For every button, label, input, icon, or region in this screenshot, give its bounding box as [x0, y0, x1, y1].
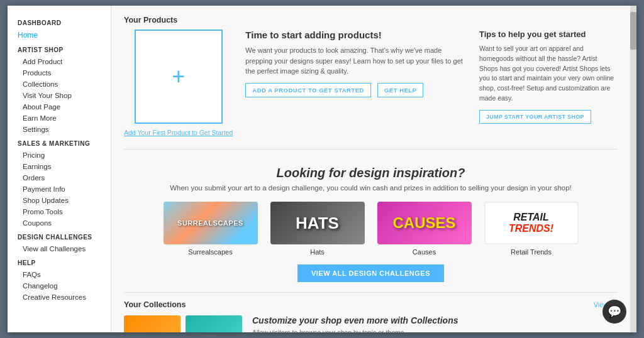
hats-label-img: HATS: [296, 214, 339, 233]
design-inspiration-section: Looking for design inspiration? When you…: [124, 160, 618, 292]
products-info: Time to start adding products! We want y…: [245, 30, 467, 124]
collections-info-heading: Customize your shop even more with Colle…: [252, 315, 618, 325]
sidebar-item-faqs[interactable]: FAQs: [8, 269, 111, 280]
challenge-label-hats: Hats: [310, 248, 325, 256]
sidebar-item-coupons[interactable]: Coupons: [8, 217, 111, 229]
sidebar: DASHBOARD Home ARTIST SHOP Add Product P…: [8, 6, 111, 332]
challenge-img-hats[interactable]: HATS: [270, 202, 365, 244]
challenge-label-causes: Causes: [413, 248, 436, 256]
products-info-text: We want your products to look amazing. T…: [245, 45, 467, 77]
challenge-causes: CAUSES Causes: [377, 202, 472, 256]
collections-thumbs: [124, 315, 242, 332]
sidebar-section-help: HELP: [8, 254, 111, 269]
causes-label-img: CAUSES: [392, 214, 455, 232]
challenges-grid: SURREALSCAPES Surrealscapes HATS Hats CA…: [124, 202, 618, 256]
section-divider: [124, 149, 618, 150]
sidebar-item-products[interactable]: Products: [8, 67, 111, 79]
collections-info: Customize your shop even more with Colle…: [252, 315, 618, 332]
challenge-surrealscapes: SURREALSCAPES Surrealscapes: [164, 202, 258, 256]
sidebar-section-artist-shop: ARTIST SHOP: [8, 41, 111, 56]
app-window: DASHBOARD Home ARTIST SHOP Add Product P…: [8, 6, 636, 332]
main-content: Your Products + Add Your First Product t…: [111, 6, 630, 332]
add-product-plus-icon: +: [172, 65, 185, 88]
thumb-teal: [186, 315, 242, 332]
sidebar-item-about-page[interactable]: About Page: [8, 101, 111, 112]
sidebar-item-orders[interactable]: Orders: [8, 172, 111, 183]
challenge-hats: HATS Hats: [270, 202, 365, 256]
add-product-caption[interactable]: Add Your First Product to Get Started: [124, 129, 233, 136]
add-product-box[interactable]: +: [135, 30, 223, 124]
sidebar-item-add-product[interactable]: Add Product: [8, 56, 111, 67]
sidebar-item-home[interactable]: Home: [8, 29, 111, 41]
challenge-img-causes[interactable]: CAUSES: [377, 202, 472, 244]
scrollbar-thumb[interactable]: [630, 12, 636, 50]
your-products-title: Your Products: [124, 16, 618, 25]
products-info-heading: Time to start adding products!: [245, 30, 467, 40]
sidebar-item-pricing[interactable]: Pricing: [8, 150, 111, 161]
sidebar-item-earnings[interactable]: Earnings: [8, 161, 111, 172]
view-all-challenges-button[interactable]: VIEW ALL DESIGN CHALLENGES: [297, 264, 444, 282]
tips-text: Want to sell your art on apparel and hom…: [479, 44, 618, 104]
scrollbar[interactable]: [630, 6, 636, 332]
sidebar-section-sales: SALES & MARKETING: [8, 135, 111, 150]
sidebar-item-payment-info[interactable]: Payment Info: [8, 183, 111, 195]
sidebar-item-shop-updates[interactable]: Shop Updates: [8, 195, 111, 206]
chat-bubble-button[interactable]: 💬: [602, 300, 626, 324]
get-help-button[interactable]: GET HELP: [377, 83, 424, 97]
products-section: + Add Your First Product to Get Started …: [124, 30, 618, 136]
thumb-orange: [124, 315, 180, 332]
retail-trends-label-img: RETAILTRENDS!: [509, 212, 553, 234]
tips-heading: Tips to help you get started: [479, 30, 618, 39]
collection-thumb-2[interactable]: [186, 315, 242, 332]
sidebar-item-promo-tools[interactable]: Promo Tools: [8, 206, 111, 217]
design-inspiration-text: When you submit your art to a design cha…: [124, 184, 618, 192]
collections-header: Your Collections View All: [124, 292, 618, 309]
challenge-label-surrealscapes: Surrealscapes: [188, 248, 232, 256]
sidebar-item-earn-more[interactable]: Earn More: [8, 112, 111, 124]
collections-title: Your Collections: [124, 300, 186, 309]
challenge-img-surrealscapes[interactable]: SURREALSCAPES: [164, 202, 258, 244]
challenge-img-retail[interactable]: RETAILTRENDS!: [484, 202, 579, 244]
sidebar-item-creative-resources[interactable]: Creative Resources: [8, 292, 111, 303]
sidebar-item-collections[interactable]: Collections: [8, 79, 111, 90]
sidebar-item-view-all-challenges[interactable]: View all Challenges: [8, 243, 111, 254]
collection-thumb-1[interactable]: [124, 315, 180, 332]
tips-col: Tips to help you get started Want to sel…: [479, 30, 618, 124]
sidebar-item-visit-shop[interactable]: Visit Your Shop: [8, 90, 111, 101]
collections-bottom: Customize your shop even more with Colle…: [124, 315, 618, 332]
chat-icon: 💬: [608, 305, 621, 319]
sidebar-item-changelog[interactable]: Changelog: [8, 280, 111, 292]
challenge-retail-trends: RETAILTRENDS! Retail Trends: [484, 202, 579, 256]
sidebar-section-dashboard: DASHBOARD: [8, 14, 111, 29]
sidebar-item-settings[interactable]: Settings: [8, 124, 111, 135]
sidebar-section-design-challenges: DESIGN CHALLENGES: [8, 229, 111, 243]
add-product-button[interactable]: ADD A PRODUCT TO GET STARTED: [245, 83, 371, 97]
collections-info-text: Allow visitors to browse your shop by to…: [252, 328, 618, 332]
challenge-label-retail-trends: Retail Trends: [511, 248, 552, 256]
design-inspiration-heading: Looking for design inspiration?: [124, 166, 618, 180]
jump-start-button[interactable]: JUMP START YOUR ARTIST SHOP: [479, 110, 591, 124]
surrealscapes-label-img: SURREALSCAPES: [177, 219, 243, 227]
